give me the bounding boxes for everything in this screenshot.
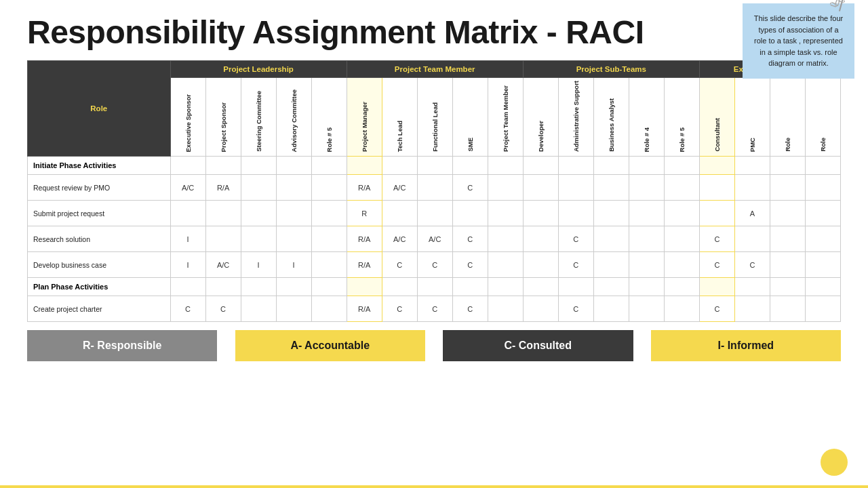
group-project-sub: Project Sub-Teams	[523, 61, 699, 78]
main-container: Responsibility Assignment Matrix - RACI …	[0, 0, 868, 488]
label-develop-business: Develop business case	[28, 252, 171, 278]
label-research-solution: Research solution	[28, 226, 171, 252]
label-submit-project: Submit project request	[28, 201, 171, 226]
group-header-row: Role Project Leadership Project Team Mem…	[28, 61, 841, 78]
row-create-charter: Create project charter CC R/ACCC C C	[28, 296, 841, 322]
group-project-team: Project Team Member	[347, 61, 523, 78]
legend-informed: I- Informed	[651, 330, 841, 361]
row-develop-business: Develop business case IA/CII R/ACCC C CC	[28, 252, 841, 278]
col-steering-committee: Steering Committee	[241, 78, 276, 157]
row-submit-project: Submit project request R A	[28, 201, 841, 226]
col-role-ext2: Role	[805, 78, 840, 157]
phase-label-plan: Plan Phase Activities	[28, 278, 171, 296]
col-pmc: PMC	[734, 78, 770, 157]
col-role-ext1: Role	[770, 78, 805, 157]
paperclip-icon: 🖇	[827, 0, 848, 16]
sticky-note: 🖇 This slide describe the four types of …	[743, 3, 854, 79]
bottom-circle	[821, 449, 848, 476]
col-project-team-member: Project Team Member	[488, 78, 523, 157]
page-title: Responsibility Assignment Matrix - RACI	[27, 14, 841, 51]
col-role5-leadership: Role # 5	[311, 78, 347, 157]
col-sme: SME	[452, 78, 488, 157]
phase-row-initiate: Initiate Phase Activities	[28, 157, 841, 175]
legend-container: R- Responsible A- Accountable C- Consult…	[27, 330, 841, 361]
row-research-solution: Research solution I R/AA/CA/CC C C	[28, 226, 841, 252]
row-request-review: Request review by PMO A/CR/A R/AA/CC	[28, 175, 841, 201]
col-developer: Developer	[523, 78, 558, 157]
col-project-manager: Project Manager	[347, 78, 382, 157]
label-request-review: Request review by PMO	[28, 175, 171, 201]
col-advisory-committee: Advisory Committee	[276, 78, 311, 157]
bottom-line	[0, 485, 868, 488]
col-role5-sub: Role # 5	[664, 78, 699, 157]
label-create-charter: Create project charter	[28, 296, 171, 322]
col-functional-lead: Functional Lead	[417, 78, 452, 157]
col-role4: Role # 4	[629, 78, 664, 157]
col-executive-sponsor: Executive Sponsor	[170, 78, 205, 157]
col-business-analyst: Business Analyst	[593, 78, 629, 157]
legend-consulted: C- Consulted	[443, 330, 633, 361]
role-header: Role	[28, 61, 171, 157]
col-admin-support: Administrative Support	[558, 78, 593, 157]
phase-label-initiate: Initiate Phase Activities	[28, 157, 171, 175]
legend-accountable: A- Accountable	[235, 330, 425, 361]
col-project-sponsor: Project Sponsor	[205, 78, 241, 157]
legend-responsible: R- Responsible	[27, 330, 217, 361]
col-tech-lead: Tech Lead	[382, 78, 417, 157]
col-consultant: Consultant	[699, 78, 734, 157]
phase-row-plan: Plan Phase Activities	[28, 278, 841, 296]
raci-table: Role Project Leadership Project Team Mem…	[27, 60, 841, 322]
group-project-leadership: Project Leadership	[170, 61, 347, 78]
